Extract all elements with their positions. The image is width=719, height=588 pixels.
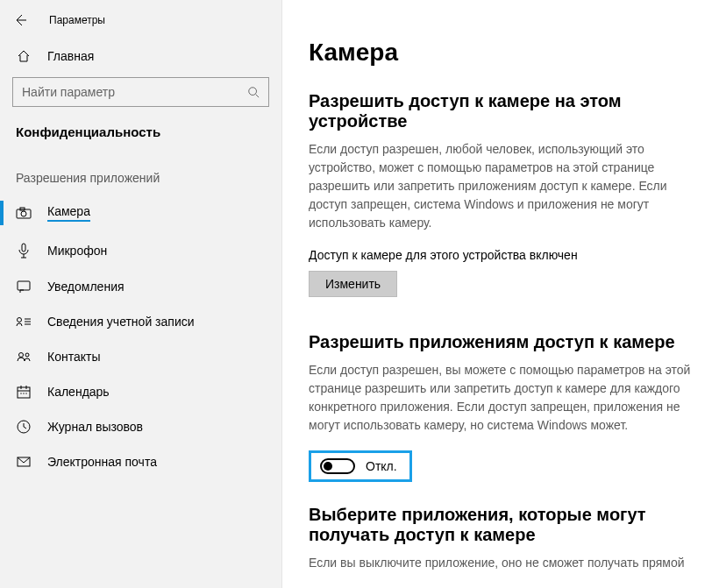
category-header: Конфиденциальность <box>0 107 281 148</box>
main-content: Камера Разрешить доступ к камере на этом… <box>282 0 719 588</box>
sidebar-item-label: Сведения учетной записи <box>47 315 195 329</box>
section3-heading: Выберите приложения, которые могут получ… <box>309 505 693 545</box>
section2-body: Если доступ разрешен, вы можете с помощь… <box>309 361 693 435</box>
section1-body: Если доступ разрешен, любой человек, исп… <box>309 140 693 232</box>
svg-point-11 <box>23 393 24 393</box>
camera-access-status: Доступ к камере для этого устройства вкл… <box>309 248 693 262</box>
change-button[interactable]: Изменить <box>309 271 397 297</box>
svg-point-7 <box>19 353 24 358</box>
section1-heading: Разрешить доступ к камере на этом устрой… <box>309 91 693 131</box>
nav-home-label: Главная <box>47 49 94 63</box>
search-container <box>0 72 281 107</box>
contacts-icon <box>16 351 32 363</box>
sidebar-item-label: Камера <box>47 204 90 222</box>
app-access-toggle-highlight: Откл. <box>309 450 412 482</box>
app-access-toggle[interactable] <box>320 458 355 474</box>
svg-rect-9 <box>18 387 30 398</box>
svg-rect-4 <box>22 244 25 251</box>
titlebar: Параметры <box>0 0 281 40</box>
sidebar-item-contacts[interactable]: Контакты <box>0 339 281 374</box>
svg-point-6 <box>18 318 22 322</box>
svg-point-2 <box>21 211 26 216</box>
svg-point-0 <box>249 88 257 96</box>
sidebar-item-call-history[interactable]: Журнал вызовов <box>0 409 281 444</box>
section2-heading: Разрешить приложениям доступ к камере <box>309 332 693 352</box>
calendar-icon <box>16 385 32 399</box>
svg-point-8 <box>25 353 29 357</box>
back-arrow-icon[interactable] <box>12 12 28 28</box>
nav-list: Камера Микрофон Уведомления Сведения уче… <box>0 194 281 479</box>
search-input[interactable] <box>22 85 247 99</box>
camera-icon <box>16 207 32 219</box>
nav-home[interactable]: Главная <box>0 40 281 72</box>
sidebar-item-label: Уведомления <box>47 280 125 294</box>
sidebar: Параметры Главная Конфиденциальность Раз… <box>0 0 282 588</box>
sidebar-item-email[interactable]: Электронная почта <box>0 444 281 479</box>
email-icon <box>16 457 32 467</box>
window-title: Параметры <box>49 14 105 26</box>
home-icon <box>16 49 32 63</box>
svg-rect-5 <box>18 281 30 290</box>
sidebar-item-label: Электронная почта <box>47 455 157 469</box>
svg-point-12 <box>25 393 26 393</box>
section3-body: Если вы выключите приложение, оно не смо… <box>309 554 693 572</box>
microphone-icon <box>16 243 32 259</box>
section-label: Разрешения приложений <box>0 148 281 194</box>
svg-point-10 <box>20 393 21 393</box>
call-history-icon <box>16 420 32 434</box>
sidebar-item-camera[interactable]: Камера <box>0 194 281 232</box>
account-info-icon <box>16 316 32 327</box>
sidebar-item-label: Микрофон <box>47 244 107 258</box>
sidebar-item-account-info[interactable]: Сведения учетной записи <box>0 304 281 339</box>
sidebar-item-label: Журнал вызовов <box>47 420 143 434</box>
notifications-icon <box>16 280 32 293</box>
search-box[interactable] <box>12 77 269 107</box>
sidebar-item-notifications[interactable]: Уведомления <box>0 269 281 304</box>
page-title: Камера <box>309 39 693 67</box>
search-icon <box>247 86 260 98</box>
sidebar-item-calendar[interactable]: Календарь <box>0 374 281 409</box>
app-access-toggle-label: Откл. <box>366 459 397 473</box>
sidebar-item-microphone[interactable]: Микрофон <box>0 232 281 269</box>
sidebar-item-label: Календарь <box>47 385 110 399</box>
sidebar-item-label: Контакты <box>47 350 100 364</box>
